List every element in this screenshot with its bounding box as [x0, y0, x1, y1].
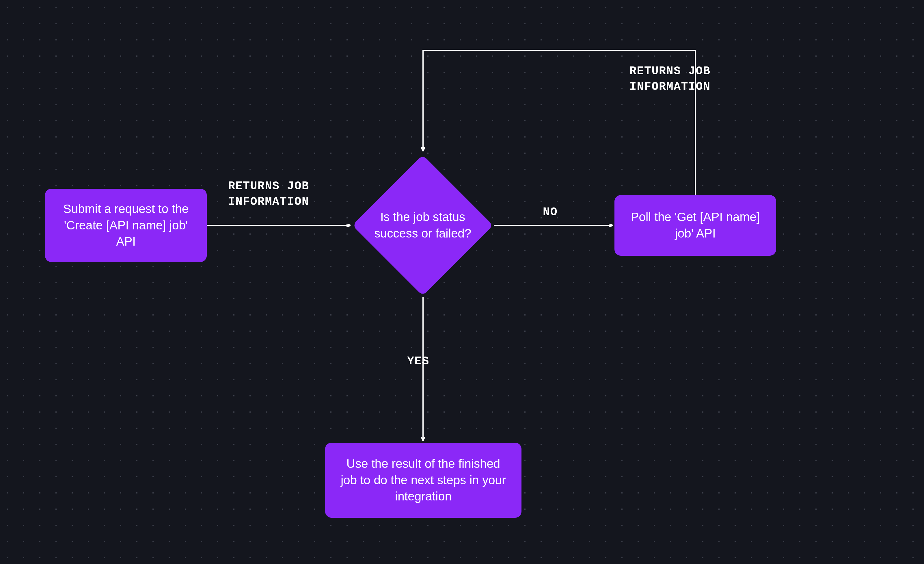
edge-label-yes: YES — [407, 353, 429, 369]
node-decision: Is the job status success or failed? — [352, 155, 493, 296]
node-use-result: Use the result of the finished job to do… — [325, 443, 522, 518]
flowchart-canvas: Submit a request to the 'Create [API nam… — [0, 0, 924, 564]
node-use-result-label: Use the result of the finished job to do… — [338, 456, 509, 505]
node-submit-request: Submit a request to the 'Create [API nam… — [45, 189, 207, 262]
node-poll-api: Poll the 'Get [API name] job' API — [615, 195, 776, 256]
edge-label-returns-1: RETURNS JOB INFORMATION — [228, 179, 309, 210]
edge-label-returns-2: RETURNS JOB INFORMATION — [630, 63, 711, 95]
edge-label-no: NO — [543, 205, 558, 220]
node-decision-label: Is the job status success or failed? — [368, 209, 478, 242]
node-poll-api-label: Poll the 'Get [API name] job' API — [627, 209, 764, 242]
node-submit-request-label: Submit a request to the 'Create [API nam… — [58, 201, 194, 250]
